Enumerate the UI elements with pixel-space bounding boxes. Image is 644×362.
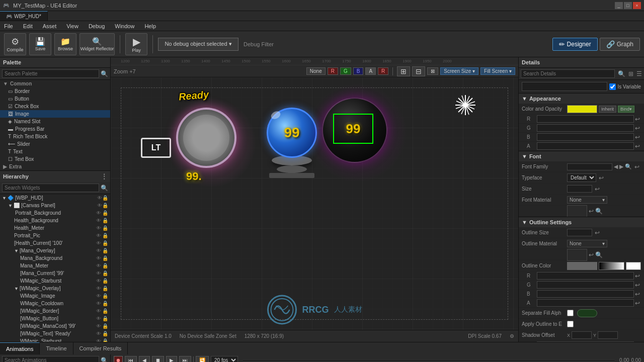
compile-button[interactable]: ⚙ Compile (4, 33, 26, 55)
menu-window[interactable]: Window (113, 23, 136, 29)
font-material-dropdown[interactable]: None ▾ (567, 196, 607, 204)
palette-search-input[interactable] (2, 69, 99, 78)
lock-icon[interactable]: 🔒 (102, 286, 108, 291)
typeface-reset[interactable]: ↩ (598, 174, 605, 182)
checkerboard-btn[interactable]: ⊞ (397, 66, 410, 76)
lock-icon[interactable]: 🔒 (102, 270, 108, 276)
eye-icon[interactable]: 👁 (96, 210, 101, 216)
eye-icon[interactable]: 👁 (96, 263, 101, 268)
lock-icon[interactable]: 🔒 (102, 263, 108, 268)
screen-size-btn[interactable]: Screen Size ▾ (440, 67, 478, 75)
typeface-dropdown[interactable]: Default (567, 173, 596, 182)
hier-wbp-hud[interactable]: ▼ 🔷 [WBP_HUD] 👁 🔒 (0, 194, 110, 202)
font-reset-btn[interactable]: ↩ (633, 163, 640, 170)
grid-btn[interactable]: ⊟ (412, 66, 425, 76)
list-item[interactable]: Portrait_Background👁🔒 (0, 209, 110, 217)
lock-icon[interactable]: 🔒 (102, 255, 108, 261)
list-item[interactable]: WMagic_Starburst👁🔒 (0, 277, 110, 285)
eye-icon[interactable]: 👁 (96, 338, 101, 342)
outline-color-swatch[interactable] (567, 262, 597, 270)
eye-icon[interactable]: 👁 (96, 233, 101, 238)
outline-color-gradient[interactable] (599, 262, 624, 270)
palette-common-header[interactable]: ▼ Common (0, 80, 110, 87)
font-family-input[interactable]: FT_Gothic_Numbers_Fon (567, 163, 612, 170)
eye-icon[interactable]: 👁 (96, 301, 101, 306)
list-item[interactable]: WMagic_Cooldown👁🔒 (0, 300, 110, 307)
maximize-btn[interactable]: □ (624, 2, 632, 9)
eye-icon[interactable]: 👁 (96, 218, 101, 223)
next-frame-btn[interactable]: ⏭ (179, 356, 191, 362)
font-size-input[interactable]: 25 (567, 185, 592, 193)
palette-item-slider[interactable]: ⟵ Slider (0, 140, 110, 148)
menu-debug[interactable]: Debug (87, 23, 107, 29)
menu-edit[interactable]: Edit (21, 23, 35, 29)
color-r-input[interactable]: 1.0 (537, 115, 634, 123)
lock-icon[interactable]: 🔒 (102, 308, 108, 314)
fps-select[interactable]: 20 fps 30 fps 60 fps (211, 356, 238, 362)
palette-item-rich-text[interactable]: T Rich Text Block (0, 133, 110, 140)
loop-btn[interactable]: 🔁 (196, 356, 209, 362)
size-reset[interactable]: ↩ (594, 186, 601, 193)
outline-g-reset[interactable]: ↩ (634, 282, 641, 289)
menu-asset[interactable]: Asset (41, 23, 59, 29)
visibility-icon[interactable]: 👁 (97, 195, 102, 201)
eye-icon[interactable]: 👁 (96, 293, 101, 299)
border-btn[interactable]: ⊠ (427, 67, 438, 75)
lock-icon[interactable]: 🔒 (102, 218, 108, 223)
settings-icon[interactable]: ⚙ (510, 333, 514, 339)
play-back-btn[interactable]: ◀ (139, 356, 150, 362)
lock-icon[interactable]: 🔒 (102, 225, 108, 231)
play-forward-btn[interactable]: ▶ (166, 356, 177, 362)
outline-b-reset[interactable]: ↩ (634, 291, 641, 298)
editor-tab[interactable]: 🎮 WBP_HUD* (0, 11, 48, 21)
widget-name-input[interactable]: BMagic_ManaCost (522, 82, 607, 91)
font-browse-btn[interactable]: 🔍 (625, 163, 632, 170)
list-item[interactable]: WMagic_Image👁🔒 (0, 292, 110, 300)
bind-badge[interactable]: Bind▾ (618, 106, 634, 113)
hierarchy-search-input[interactable] (2, 184, 99, 192)
outline-material-browse-btn[interactable]: 🔍 (595, 251, 603, 258)
list-item[interactable]: WMagic_Starburst👁🔒 (0, 337, 110, 342)
list-item[interactable]: [WMagic_Text] 'Ready'👁🔒 (0, 330, 110, 337)
debug-dropdown[interactable]: No debug object selected ▾ (158, 38, 238, 51)
eye-icon[interactable]: 👁 (96, 308, 101, 314)
prev-frame-btn[interactable]: ⏮ (125, 356, 137, 362)
lock-icon[interactable]: 🔒 (102, 301, 108, 306)
list-item[interactable]: [Mana_Current] '99'👁🔒 (0, 269, 110, 277)
color-r-reset[interactable]: ↩ (634, 116, 641, 123)
lock-icon[interactable]: 🔒 (102, 195, 108, 201)
font-prev-btn[interactable]: ◀ (614, 163, 618, 170)
color-b-btn[interactable]: B (353, 67, 364, 75)
apply-outline-checkbox[interactable] (567, 321, 574, 327)
outline-a-input[interactable]: 0.6c (537, 299, 634, 307)
list-icon[interactable]: ☰ (636, 70, 642, 77)
lock-icon[interactable]: 🔒 (102, 248, 108, 253)
hier-canvas-panel[interactable]: ▼ ⬜ [Canvas Panel] 👁 🔒 (0, 202, 110, 209)
menu-help[interactable]: Help (142, 23, 158, 29)
shadow-x-detail-input[interactable]: 1.0 (537, 341, 634, 342)
color-r2-btn[interactable]: R (378, 67, 388, 75)
outline-r-input[interactable]: 0.0 (537, 272, 634, 280)
outline-size-reset[interactable]: ↩ (594, 229, 601, 236)
palette-item-button[interactable]: ▭ Button (0, 95, 110, 103)
list-item[interactable]: Mana_Meter👁🔒 (0, 262, 110, 269)
eye-icon[interactable]: 👁 (96, 248, 101, 253)
palette-extra-header[interactable]: ▶ Extra (0, 163, 110, 170)
eye-icon[interactable]: 👁 (97, 203, 102, 208)
lock-icon-2[interactable]: 🔒 (102, 203, 108, 208)
outline-material-dropdown[interactable]: None ▾ (567, 240, 607, 247)
details-search-input[interactable] (521, 69, 615, 78)
font-next-btn[interactable]: ▶ (619, 163, 623, 170)
toggle-switch[interactable] (577, 309, 597, 317)
is-variable-checkbox[interactable]: Is Variable (609, 83, 641, 90)
shadow-y-input[interactable]: 1.0 (598, 331, 618, 339)
appearance-section-header[interactable]: ▼ Appearance (519, 93, 644, 104)
eye-icon[interactable]: 👁 (96, 323, 101, 329)
lock-icon[interactable]: 🔒 (102, 293, 108, 299)
shadow-x-reset[interactable]: ↩ (634, 342, 641, 342)
palette-item-progress-bar[interactable]: ▬ Progress Bar (0, 125, 110, 133)
menu-view[interactable]: View (64, 23, 80, 29)
list-item[interactable]: ▼[Mana_Overlay]👁🔒 (0, 247, 110, 254)
list-item[interactable]: Health_Meter👁🔒 (0, 224, 110, 232)
list-item[interactable]: [Health_Current] '100'👁🔒 (0, 239, 110, 247)
